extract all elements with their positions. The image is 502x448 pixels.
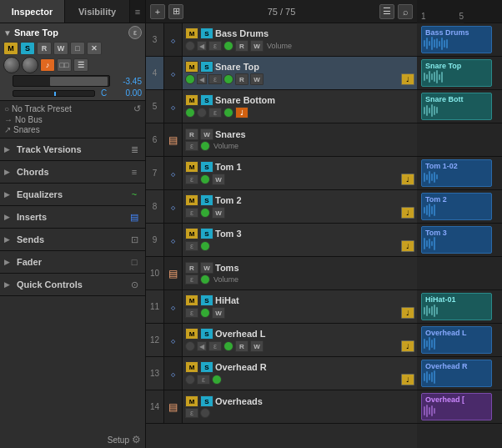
- r-btn-3[interactable]: R: [235, 40, 248, 52]
- mute-btn-11[interactable]: M: [185, 294, 198, 306]
- dot-green-5[interactable]: [223, 108, 233, 118]
- w-btn-8[interactable]: W: [212, 207, 225, 219]
- solo-btn-3[interactable]: S: [200, 28, 213, 39]
- rec-btn-13[interactable]: ♩: [401, 374, 414, 385]
- section-header-inserts[interactable]: ▶ Inserts ▤: [0, 206, 145, 228]
- volume-knob[interactable]: [22, 57, 38, 73]
- inspector-menu-btn[interactable]: ≡: [130, 0, 145, 23]
- dot-btn-12[interactable]: [185, 341, 195, 351]
- timeline-row-10[interactable]: [417, 257, 502, 290]
- btn-orange1[interactable]: ♪: [40, 58, 55, 72]
- w-btn-7[interactable]: W: [212, 174, 225, 185]
- timeline-row-3[interactable]: Bass Drums: [417, 23, 502, 57]
- clip-tom3[interactable]: Tom 3: [421, 226, 492, 254]
- section-header-fader[interactable]: ▶ Fader □: [0, 251, 145, 273]
- folder-btn[interactable]: ⊞: [168, 4, 183, 19]
- table-row[interactable]: 12 ⬦ M S Overhead L ◀ ε R W ♩: [146, 324, 417, 357]
- btn-box[interactable]: □: [70, 42, 85, 55]
- dot-9[interactable]: [200, 241, 210, 251]
- section-header-sends[interactable]: ▶ Sends ⊡: [0, 229, 145, 250]
- timeline-row-6[interactable]: [417, 123, 502, 157]
- table-row[interactable]: 9 ⬦ M S Tom 3 ε ♩: [146, 224, 417, 257]
- rec-btn-7[interactable]: ♩: [401, 174, 414, 185]
- w-btn-4[interactable]: W: [250, 73, 264, 85]
- dot-12[interactable]: [223, 341, 233, 351]
- mute-btn-12[interactable]: M: [185, 328, 198, 340]
- loop-icon-8[interactable]: ε: [185, 208, 198, 218]
- table-row[interactable]: 4 ⬦ M S Snare Top ◀ ε R W ♩: [146, 57, 417, 90]
- mute-btn-8[interactable]: M: [185, 194, 198, 206]
- rec-btn-8[interactable]: ♩: [401, 207, 414, 219]
- clip-tom1[interactable]: Tom 1-02: [421, 159, 492, 187]
- clip-hihat[interactable]: HiHat-01: [421, 293, 492, 320]
- solo-btn-13[interactable]: S: [200, 361, 213, 373]
- r-btn-10[interactable]: R: [185, 262, 198, 274]
- table-row[interactable]: 3 ⬦ M S Bass Drums ◀ ε R W Volume: [146, 23, 417, 57]
- loop-icon-13[interactable]: ε: [197, 375, 210, 385]
- dot-11[interactable]: [200, 308, 210, 318]
- table-row[interactable]: 8 ⬦ M S Tom 2 ε W ♩: [146, 190, 417, 224]
- solo-btn-14[interactable]: S: [200, 395, 213, 407]
- rec-btn-5[interactable]: ♩: [235, 107, 248, 118]
- table-row[interactable]: 14 ▤ M S Overheads ε: [146, 390, 417, 424]
- solo-btn-7[interactable]: S: [200, 161, 213, 173]
- timeline-row-12[interactable]: Overhead L: [417, 324, 502, 357]
- loop-icon-6[interactable]: ε: [185, 141, 198, 151]
- w-btn-3[interactable]: W: [250, 40, 264, 52]
- mute-btn-5[interactable]: M: [185, 94, 198, 106]
- rec-btn-11[interactable]: ♩: [401, 307, 414, 319]
- dot-8[interactable]: [200, 208, 210, 218]
- solo-btn-9[interactable]: S: [200, 228, 213, 239]
- timeline-row-13[interactable]: Overhead R: [417, 357, 502, 390]
- mute-btn-7[interactable]: M: [185, 161, 198, 173]
- clip-snare-top[interactable]: Snare Top: [421, 59, 492, 87]
- solo-btn-8[interactable]: S: [200, 194, 213, 206]
- r-btn-4[interactable]: R: [235, 73, 248, 85]
- dot-13[interactable]: [212, 375, 222, 385]
- section-header-track-versions[interactable]: ▶ Track Versions ≣: [0, 138, 145, 160]
- arrow-btn-3[interactable]: ◀: [197, 41, 207, 51]
- table-row[interactable]: 11 ⬦ M S HiHat ε W ♩: [146, 290, 417, 324]
- tab-visibility[interactable]: Visibility: [65, 0, 130, 23]
- loop-icon-12[interactable]: ε: [208, 341, 222, 351]
- setup-gear-icon[interactable]: ⚙: [132, 434, 141, 445]
- loop-icon-7[interactable]: ε: [185, 174, 198, 184]
- loop-icon-10[interactable]: ε: [185, 274, 198, 284]
- add-track-btn[interactable]: +: [150, 4, 165, 19]
- track-expand-arrow[interactable]: ▼: [3, 28, 12, 38]
- btn-x[interactable]: ✕: [87, 42, 102, 55]
- tab-inspector[interactable]: Inspector: [0, 0, 65, 23]
- solo-btn-11[interactable]: S: [200, 294, 213, 306]
- solo-btn-4[interactable]: S: [200, 61, 213, 73]
- rec-btn-12[interactable]: ♩: [401, 340, 414, 352]
- btn-monitor[interactable]: □□: [57, 58, 72, 72]
- preset-refresh-btn[interactable]: ↺: [133, 103, 141, 114]
- list-view-btn[interactable]: ☰: [379, 4, 394, 19]
- timeline-row-9[interactable]: Tom 3: [417, 224, 502, 257]
- solo-btn-12[interactable]: S: [200, 328, 213, 340]
- mute-btn-14[interactable]: M: [185, 395, 198, 407]
- dot-7[interactable]: [200, 174, 210, 184]
- btn-mute[interactable]: M: [3, 42, 18, 55]
- clip-overhead-r[interactable]: Overhead R: [421, 360, 492, 387]
- dot-6[interactable]: [200, 141, 210, 151]
- timeline-row-4[interactable]: Snare Top: [417, 57, 502, 90]
- arrow-btn-12[interactable]: ◀: [197, 341, 207, 351]
- w-btn-11[interactable]: W: [212, 307, 225, 319]
- timeline-row-5[interactable]: Snare Bott: [417, 90, 502, 123]
- clip-overhead-l[interactable]: Overhead L: [421, 326, 492, 354]
- btn-read[interactable]: R: [37, 42, 52, 55]
- rec-btn-4[interactable]: ♩: [401, 73, 414, 85]
- w-btn-6[interactable]: W: [200, 128, 213, 140]
- mute-btn-9[interactable]: M: [185, 228, 198, 239]
- mute-btn-3[interactable]: M: [185, 28, 198, 39]
- w-btn-10[interactable]: W: [200, 262, 213, 274]
- clip-snare-bottom[interactable]: Snare Bott: [421, 93, 492, 120]
- btn-write[interactable]: W: [53, 42, 68, 55]
- pan-knob[interactable]: [3, 57, 20, 73]
- loop-icon-3[interactable]: ε: [208, 41, 222, 51]
- arrow-btn-5[interactable]: [197, 108, 207, 118]
- arrow-btn-4[interactable]: ◀: [197, 74, 207, 84]
- table-row[interactable]: 13 ⬦ M S Overhead R ε ♩: [146, 357, 417, 390]
- section-header-chords[interactable]: ▶ Chords ≡: [0, 161, 145, 183]
